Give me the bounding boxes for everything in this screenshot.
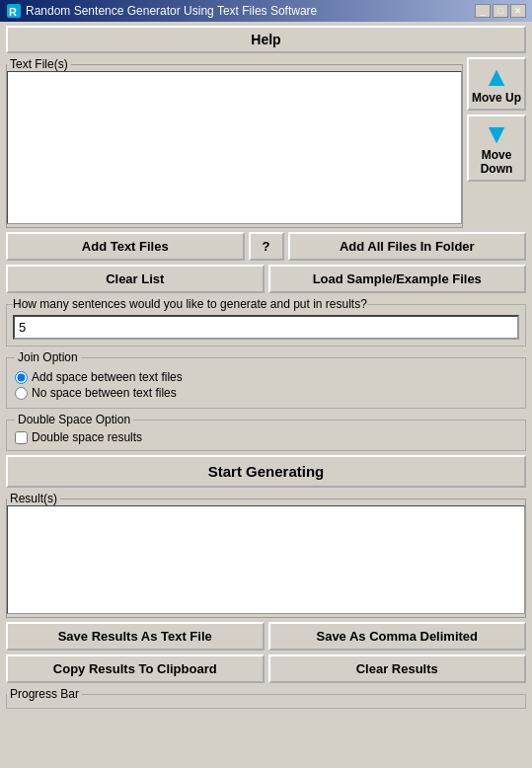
move-up-label: Move Up <box>471 91 522 105</box>
text-files-list[interactable] <box>7 71 462 224</box>
text-files-fieldset: Text File(s) <box>6 57 463 228</box>
add-space-radio[interactable] <box>15 371 28 384</box>
progress-bar-fieldset: Progress Bar <box>6 687 526 709</box>
title-bar: R Random Sentence Generator Using Text F… <box>0 0 532 22</box>
no-space-label: No space between text files <box>32 386 177 400</box>
app-icon: R <box>6 3 22 19</box>
double-space-fieldset: Double Space Option Double space results <box>6 413 526 451</box>
add-all-files-button[interactable]: Add All Files In Folder <box>288 232 527 261</box>
add-files-row: Add Text Files ? Add All Files In Folder <box>6 232 526 261</box>
double-space-checkbox[interactable] <box>15 431 28 444</box>
add-space-label: Add space between text files <box>32 370 183 384</box>
add-space-radio-row: Add space between text files <box>15 370 517 384</box>
file-area: Text File(s) ▲ Move Up ▼ Move Down <box>6 57 526 228</box>
move-up-button[interactable]: ▲ Move Up <box>467 57 526 111</box>
title-text: Random Sentence Generator Using Text Fil… <box>26 4 317 18</box>
double-space-checkbox-row: Double space results <box>15 430 517 444</box>
results-textarea[interactable] <box>7 505 525 614</box>
copy-clear-row: Copy Results To Clipboard Clear Results <box>6 654 526 683</box>
close-button[interactable]: ✕ <box>510 4 526 18</box>
join-option-fieldset: Join Option Add space between text files… <box>6 350 526 409</box>
progress-bar-legend: Progress Bar <box>7 687 82 701</box>
window-controls: _ □ ✕ <box>475 4 526 18</box>
save-results-row: Save Results As Text File Save As Comma … <box>6 622 526 651</box>
help-button[interactable]: Help <box>6 26 526 53</box>
no-space-radio-row: No space between text files <box>15 386 517 400</box>
save-text-button[interactable]: Save Results As Text File <box>6 622 265 651</box>
double-space-label: Double space results <box>32 430 142 444</box>
no-space-radio[interactable] <box>15 387 28 400</box>
clear-results-button[interactable]: Clear Results <box>268 654 527 683</box>
minimize-button[interactable]: _ <box>475 4 491 18</box>
results-legend: Result(s) <box>7 492 60 505</box>
sentence-fieldset: How many sentences would you like to gen… <box>6 297 526 346</box>
sentence-area: How many sentences would you like to gen… <box>6 297 526 346</box>
svg-text:R: R <box>9 6 17 18</box>
move-down-label: Move Down <box>471 148 522 176</box>
question-button[interactable]: ? <box>249 232 284 261</box>
join-legend: Join Option <box>15 350 81 364</box>
save-comma-button[interactable]: Save As Comma Delimited <box>268 622 527 651</box>
text-files-legend: Text File(s) <box>7 57 71 71</box>
arrow-up-icon: ▲ <box>471 63 522 91</box>
sentence-count-input[interactable] <box>13 315 519 340</box>
results-fieldset: Result(s) <box>6 492 526 618</box>
load-sample-button[interactable]: Load Sample/Example Files <box>268 265 527 293</box>
move-buttons-group: ▲ Move Up ▼ Move Down <box>467 57 526 182</box>
add-text-files-button[interactable]: Add Text Files <box>6 232 245 261</box>
maximize-button[interactable]: □ <box>493 4 508 18</box>
clear-load-row: Clear List Load Sample/Example Files <box>6 265 526 293</box>
start-generating-button[interactable]: Start Generating <box>6 455 526 488</box>
arrow-down-icon: ▼ <box>471 120 522 148</box>
copy-clipboard-button[interactable]: Copy Results To Clipboard <box>6 654 265 683</box>
double-space-legend: Double Space Option <box>15 413 133 426</box>
sentence-label: How many sentences would you like to gen… <box>13 297 367 311</box>
move-down-button[interactable]: ▼ Move Down <box>467 115 526 182</box>
clear-list-button[interactable]: Clear List <box>6 265 265 293</box>
